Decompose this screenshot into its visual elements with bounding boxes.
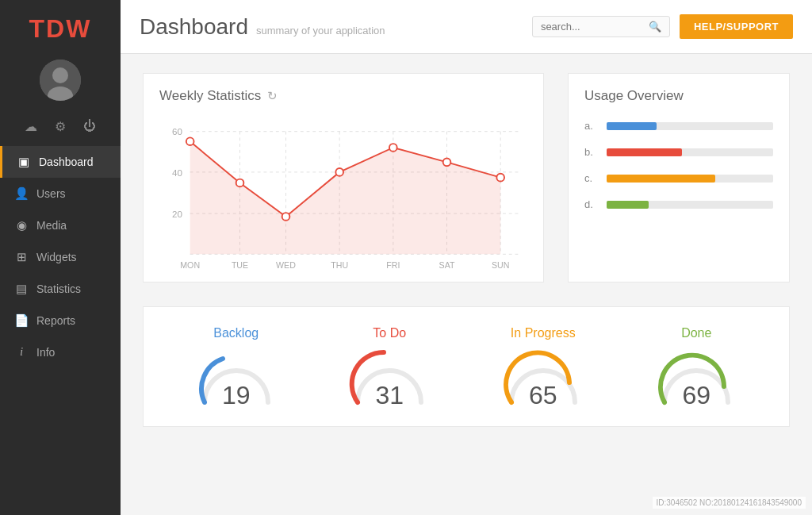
usage-title: Usage Overview (584, 88, 773, 104)
svg-text:SAT: SAT (439, 260, 455, 270)
sidebar-item-media[interactable]: ◉ Media (0, 209, 121, 241)
gauge-done: Done 69 (653, 326, 740, 410)
sidebar-item-label: Media (36, 219, 67, 232)
usage-item-d: d. (584, 198, 773, 210)
sidebar-item-label: Info (36, 346, 55, 359)
page-subtitle: summary of your application (256, 25, 385, 37)
gauge-wrap-todo: 31 (346, 347, 433, 410)
chart-header: Weekly Statistics ↻ (159, 88, 527, 104)
sidebar-item-label: Reports (36, 314, 75, 327)
gauge-value-todo: 31 (375, 381, 404, 410)
svg-point-22 (443, 159, 451, 167)
gauge-todo: To Do 31 (346, 326, 433, 410)
line-chart-svg: 60 40 20 (159, 113, 527, 272)
svg-point-19 (282, 213, 290, 221)
usage-bar-fill-c (607, 175, 715, 183)
main-content: Dashboard summary of your application 🔍 … (121, 0, 812, 515)
sidebar-item-label: Widgets (36, 251, 77, 263)
sidebar-item-users[interactable]: 👤 Users (0, 178, 121, 209)
sidebar-item-widgets[interactable]: ⊞ Widgets (0, 241, 121, 273)
reports-icon: 📄 (14, 313, 29, 328)
svg-text:WED: WED (276, 260, 296, 270)
svg-point-17 (186, 137, 194, 145)
usage-bar-bg-a (607, 122, 773, 130)
gauge-wrap-inprogress: 65 (500, 347, 587, 410)
svg-point-20 (335, 168, 343, 176)
gauge-wrap-done: 69 (653, 347, 740, 410)
cloud-icon[interactable]: ☁ (25, 119, 37, 134)
content-area: Weekly Statistics ↻ 60 40 20 (121, 54, 812, 515)
gauge-inprogress: In Progress 65 (500, 326, 587, 410)
sidebar-item-reports[interactable]: 📄 Reports (0, 305, 121, 336)
svg-point-21 (389, 144, 397, 152)
svg-point-18 (236, 179, 244, 187)
svg-text:TUE: TUE (232, 260, 248, 270)
gauge-value-inprogress: 65 (529, 381, 557, 410)
svg-text:20: 20 (172, 209, 182, 219)
search-box: 🔍 (532, 16, 670, 37)
usage-overview: Usage Overview a. b. c. (568, 73, 790, 282)
power-icon[interactable]: ⏻ (83, 119, 96, 134)
media-icon: ◉ (14, 218, 29, 233)
header: Dashboard summary of your application 🔍 … (121, 0, 812, 54)
watermark: ID:3046502 NO:20180124161843549000 (653, 497, 806, 509)
weekly-stats-chart: Weekly Statistics ↻ 60 40 20 (143, 73, 544, 282)
refresh-icon[interactable]: ↻ (267, 89, 278, 103)
sidebar-item-dashboard[interactable]: ▣ Dashboard (0, 146, 121, 178)
sidebar: TDW ☁ ⚙ ⏻ ▣ Dashboard 👤 Users ◉ Media ⊞ (0, 0, 121, 515)
sidebar-item-statistics[interactable]: ▤ Statistics (0, 273, 121, 305)
chart-title: Weekly Statistics (159, 88, 261, 104)
header-right: 🔍 HELP/SUPPORT (532, 14, 793, 39)
statistics-icon: ▤ (14, 282, 29, 296)
usage-bar-fill-b (607, 148, 682, 156)
svg-text:40: 40 (172, 167, 182, 178)
svg-text:THU: THU (331, 260, 348, 270)
gauge-value-done: 69 (682, 381, 710, 410)
info-icon: i (14, 345, 29, 359)
svg-text:FRI: FRI (386, 260, 400, 270)
gauge-wrap-backlog: 19 (193, 347, 280, 410)
usage-item-a: a. (584, 120, 773, 132)
usage-bar-bg-d (607, 201, 773, 209)
gear-icon[interactable]: ⚙ (55, 119, 66, 134)
avatar (40, 60, 81, 101)
main-nav: ▣ Dashboard 👤 Users ◉ Media ⊞ Widgets ▤ … (0, 146, 121, 515)
users-icon: 👤 (14, 186, 29, 201)
sidebar-icon-group: ☁ ⚙ ⏻ (0, 113, 121, 146)
svg-text:SUN: SUN (492, 260, 509, 270)
search-icon: 🔍 (649, 21, 661, 33)
usage-label-d: d. (584, 198, 599, 210)
sidebar-item-label: Statistics (36, 282, 81, 295)
usage-bar-fill-a (607, 122, 657, 130)
sidebar-item-label: Dashboard (39, 156, 94, 168)
user-avatar-section (0, 52, 121, 113)
top-section: Weekly Statistics ↻ 60 40 20 (143, 73, 790, 282)
gauge-backlog: Backlog 19 (193, 326, 280, 410)
search-input[interactable] (541, 21, 644, 33)
usage-label-c: c. (584, 172, 599, 184)
usage-bar-bg-b (607, 148, 773, 156)
chart-area: 60 40 20 (159, 113, 527, 272)
dashboard-icon: ▣ (17, 155, 31, 169)
usage-bar-bg-c (607, 175, 773, 183)
gauges-section: Backlog 19 To Do 31 (143, 306, 790, 427)
widgets-icon: ⊞ (14, 250, 29, 264)
brand-logo: TDW (0, 0, 121, 52)
page-title-group: Dashboard summary of your application (140, 14, 385, 40)
usage-label-a: a. (584, 120, 599, 132)
usage-label-b: b. (584, 146, 599, 158)
usage-item-b: b. (584, 146, 773, 158)
usage-item-c: c. (584, 172, 773, 184)
svg-marker-16 (190, 141, 500, 254)
page-title: Dashboard (140, 14, 248, 40)
gauge-value-backlog: 19 (222, 381, 251, 410)
usage-bar-fill-d (607, 201, 649, 209)
svg-point-23 (496, 174, 504, 182)
help-support-button[interactable]: HELP/SUPPORT (680, 14, 793, 39)
svg-text:MON: MON (180, 260, 200, 270)
svg-text:60: 60 (172, 127, 182, 137)
svg-point-1 (52, 67, 68, 83)
sidebar-item-info[interactable]: i Info (0, 336, 121, 367)
sidebar-item-label: Users (36, 187, 66, 200)
